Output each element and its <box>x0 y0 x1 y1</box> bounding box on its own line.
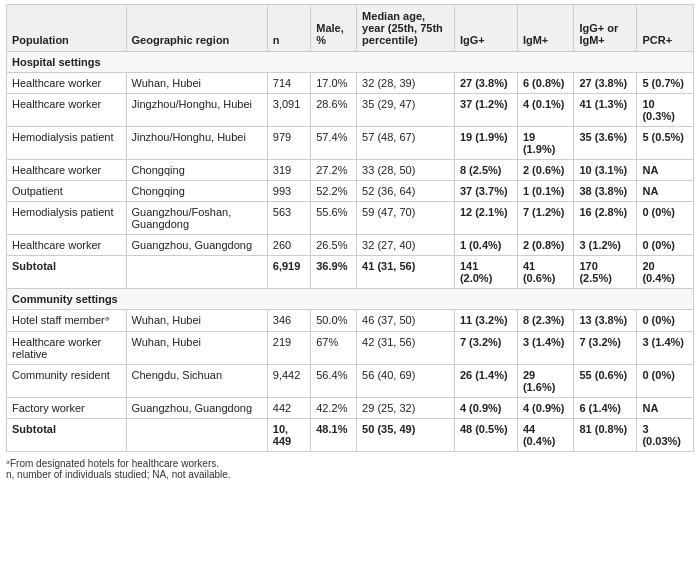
col-region: Geographic region <box>126 5 267 52</box>
col-igm: IgM+ <box>517 5 574 52</box>
table-cell: 55.6% <box>311 202 357 235</box>
table-cell: 33 (28, 50) <box>357 160 455 181</box>
table-cell: 56 (40, 69) <box>357 365 455 398</box>
table-cell: Chengdu, Sichuan <box>126 365 267 398</box>
table-cell: 9,442 <box>267 365 310 398</box>
table-cell: 8 (2.5%) <box>454 160 517 181</box>
table-cell: 19 (1.9%) <box>517 127 574 160</box>
table-cell: 5 (0.5%) <box>637 127 694 160</box>
table-cell: 59 (47, 70) <box>357 202 455 235</box>
table-cell: 2 (0.8%) <box>517 235 574 256</box>
table-cell: 4 (0.9%) <box>517 398 574 419</box>
table-cell: 7 (3.2%) <box>574 332 637 365</box>
table-cell: Guangzhou, Guangdong <box>126 398 267 419</box>
table-cell: 16 (2.8%) <box>574 202 637 235</box>
section-header-1: Community settings <box>7 289 694 310</box>
subtotal-cell: 10, 449 <box>267 419 310 452</box>
subtotal-cell <box>126 419 267 452</box>
col-n: n <box>267 5 310 52</box>
table-cell: 32 (28, 39) <box>357 73 455 94</box>
table-cell: 26 (1.4%) <box>454 365 517 398</box>
table-cell: 2 (0.6%) <box>517 160 574 181</box>
table-cell: 3 (1.4%) <box>637 332 694 365</box>
table-cell: 0 (0%) <box>637 202 694 235</box>
table-cell: 7 (1.2%) <box>517 202 574 235</box>
table-cell: 979 <box>267 127 310 160</box>
table-cell: 19 (1.9%) <box>454 127 517 160</box>
table-cell: Healthcare worker <box>7 160 127 181</box>
subtotal-cell: 3 (0.03%) <box>637 419 694 452</box>
table-cell: 28.6% <box>311 94 357 127</box>
table-cell: 46 (37, 50) <box>357 310 455 332</box>
table-row: Factory workerGuangzhou, Guangdong44242.… <box>7 398 694 419</box>
subtotal-cell: 41 (0.6%) <box>517 256 574 289</box>
table-cell: 219 <box>267 332 310 365</box>
table-cell: 3 (1.4%) <box>517 332 574 365</box>
subtotal-cell <box>126 256 267 289</box>
table-cell: 42.2% <box>311 398 357 419</box>
table-cell: 4 (0.9%) <box>454 398 517 419</box>
table-cell: 0 (0%) <box>637 365 694 398</box>
table-cell: NA <box>637 181 694 202</box>
table-cell: 0 (0%) <box>637 235 694 256</box>
table-cell: Guangzhou/Foshan, Guangdong <box>126 202 267 235</box>
table-cell: 57 (48, 67) <box>357 127 455 160</box>
subtotal-cell: 170 (2.5%) <box>574 256 637 289</box>
table-cell: Hotel staff memberᵃ <box>7 310 127 332</box>
table-row: Healthcare workerJingzhou/Honghu, Hubei3… <box>7 94 694 127</box>
table-cell: 6 (0.8%) <box>517 73 574 94</box>
header-row: Population Geographic region n Male, % M… <box>7 5 694 52</box>
table-cell: 6 (1.4%) <box>574 398 637 419</box>
table-cell: 50.0% <box>311 310 357 332</box>
subtotal-cell: 41 (31, 56) <box>357 256 455 289</box>
subtotal-cell: Subtotal <box>7 419 127 452</box>
table-cell: Wuhan, Hubei <box>126 332 267 365</box>
table-cell: 37 (3.7%) <box>454 181 517 202</box>
col-median-age: Median age, year (25th, 75th percentile) <box>357 5 455 52</box>
subtotal-cell: 48 (0.5%) <box>454 419 517 452</box>
table-row: Healthcare workerWuhan, Hubei71417.0%32 … <box>7 73 694 94</box>
table-cell: NA <box>637 398 694 419</box>
table-cell: 8 (2.3%) <box>517 310 574 332</box>
table-cell: 5 (0.7%) <box>637 73 694 94</box>
subtotal-cell: 81 (0.8%) <box>574 419 637 452</box>
table-cell: 38 (3.8%) <box>574 181 637 202</box>
table-cell: 346 <box>267 310 310 332</box>
table-cell: 1 (0.4%) <box>454 235 517 256</box>
col-male: Male, % <box>311 5 357 52</box>
table-cell: 260 <box>267 235 310 256</box>
table-cell: 13 (3.8%) <box>574 310 637 332</box>
table-cell: Hemodialysis patient <box>7 127 127 160</box>
table-cell: Jingzhou/Honghu, Hubei <box>126 94 267 127</box>
data-table: Population Geographic region n Male, % M… <box>6 4 694 452</box>
table-cell: 11 (3.2%) <box>454 310 517 332</box>
subtotal-cell: Subtotal <box>7 256 127 289</box>
table-cell: Wuhan, Hubei <box>126 310 267 332</box>
table-cell: Factory worker <box>7 398 127 419</box>
table-cell: 37 (1.2%) <box>454 94 517 127</box>
table-cell: Healthcare worker <box>7 73 127 94</box>
table-cell: 10 (3.1%) <box>574 160 637 181</box>
table-cell: 319 <box>267 160 310 181</box>
col-population: Population <box>7 5 127 52</box>
table-cell: NA <box>637 160 694 181</box>
table-cell: 10 (0.3%) <box>637 94 694 127</box>
table-cell: 3,091 <box>267 94 310 127</box>
subtotal-cell: 50 (35, 49) <box>357 419 455 452</box>
table-cell: Chongqing <box>126 181 267 202</box>
footnotes: ᵃFrom designated hotels for healthcare w… <box>6 458 694 480</box>
table-cell: 55 (0.6%) <box>574 365 637 398</box>
table-cell: 12 (2.1%) <box>454 202 517 235</box>
table-cell: 4 (0.1%) <box>517 94 574 127</box>
table-row: Hemodialysis patientJinzhou/Honghu, Hube… <box>7 127 694 160</box>
table-cell: 57.4% <box>311 127 357 160</box>
table-row: Healthcare workerGuangzhou, Guangdong260… <box>7 235 694 256</box>
table-row: Community residentChengdu, Sichuan9,4425… <box>7 365 694 398</box>
table-cell: Outpatient <box>7 181 127 202</box>
col-pcr: PCR+ <box>637 5 694 52</box>
table-cell: 714 <box>267 73 310 94</box>
table-cell: Jinzhou/Honghu, Hubei <box>126 127 267 160</box>
table-cell: 27.2% <box>311 160 357 181</box>
table-cell: Wuhan, Hubei <box>126 73 267 94</box>
table-cell: 67% <box>311 332 357 365</box>
